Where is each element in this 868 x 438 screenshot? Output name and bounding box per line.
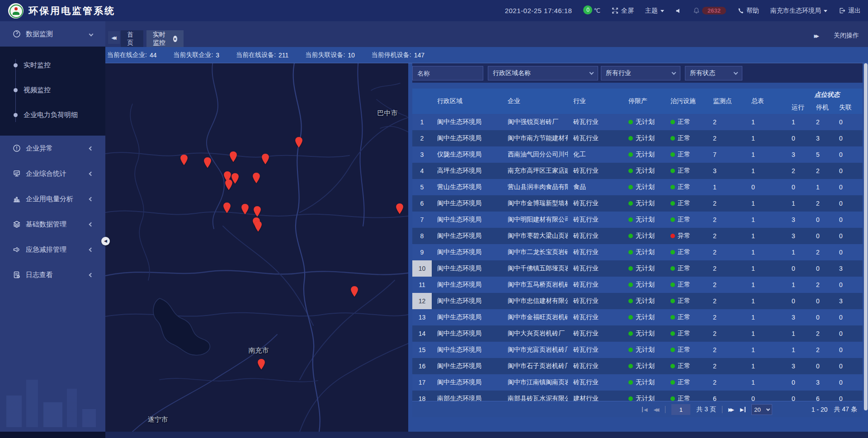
map-pin[interactable] [396,203,404,214]
mute-button[interactable] [675,8,682,14]
table-row[interactable]: 7 阆中生态环境局 阆中明阳建材有限公司 砖瓦行业 无计划 正常 2 1 3 0… [412,212,863,228]
cell-run: 1 [786,330,811,337]
cell-meters: 1 [746,281,786,288]
name-filter-input[interactable] [412,66,483,80]
close-operations-button[interactable]: 关闭操作 [831,31,862,40]
next-page-button[interactable]: ▶▶ [728,407,734,412]
cell-region: 阆中生态环境局 [432,346,502,354]
tabs-scroll-left-button[interactable]: ◀◀ [108,31,120,44]
page-size-value: 20 [754,406,760,413]
table-row[interactable]: 12 阆中生态环境局 阆中市忠信建材有限公 砖瓦行业 无计划 正常 2 1 0 … [412,293,863,309]
cell-halt: 1 [811,184,834,191]
cell-company: 阆中强锐页岩砖厂 [502,118,568,126]
tab-realtime-monitoring[interactable]: 实时监控 × [146,30,184,47]
cell-run: 2 [786,167,811,174]
cell-facility-status: 正常 [665,362,708,370]
theme-dropdown[interactable]: 主题 [645,7,664,15]
sidebar-item-data-monitoring[interactable]: 数据监测 [0,21,105,47]
cell-lost: 0 [834,216,863,223]
phone-icon [737,8,744,14]
cell-halt: 2 [811,200,834,207]
logout-button[interactable]: 退出 [839,7,861,15]
cell-region: 阆中生态环境局 [432,313,502,321]
map-pin[interactable] [262,154,269,165]
map-pin[interactable] [180,155,188,165]
table-row[interactable]: 1 阆中生态环境局 阆中强锐页岩砖厂 砖瓦行业 无计划 正常 2 1 1 2 0 [412,114,863,130]
sidebar-subitem[interactable]: 视频监控 [0,78,105,103]
cell-industry: 砖瓦行业 [568,378,623,386]
table-row[interactable]: 3 仪陇生态环境局 西南油气田分公司川中 化工 无计划 正常 7 1 3 5 0 [412,146,863,163]
table-row[interactable]: 2 阆中生态环境局 阆中市南方节能建材有 砖瓦行业 无计划 正常 2 1 0 3… [412,130,863,146]
table-row[interactable]: 15 阆中生态环境局 阆中市光富页岩机砖厂 砖瓦行业 无计划 正常 2 1 1 … [412,342,863,358]
map-pin[interactable] [223,203,231,213]
table-row[interactable]: 6 阆中生态环境局 阆中市金博瑞新型墙材 砖瓦行业 无计划 正常 2 1 1 2… [412,195,863,212]
map-roads [105,63,408,432]
tab-close-icon[interactable]: × [173,36,177,42]
row-index: 7 [412,212,432,228]
sidebar-item-base-data[interactable]: 基础数据管理 [0,212,105,237]
page-size-select[interactable]: 20 [751,404,772,415]
table-row[interactable]: 16 阆中生态环境局 阆中市石子页岩机砖厂 砖瓦行业 无计划 正常 2 1 3 … [412,358,863,374]
user-menu[interactable]: 南充市生态环境局 [770,7,827,15]
fullscreen-button[interactable]: 全屏 [612,7,634,15]
status-dot-icon [670,266,675,271]
cell-lost: 0 [834,330,863,337]
table-row[interactable]: 14 阆中生态环境局 阆中大兴页岩机砖厂 砖瓦行业 无计划 正常 2 1 1 2… [412,325,863,342]
notification-area[interactable]: 2632 [693,7,726,14]
table-row[interactable]: 13 阆中生态环境局 阆中市金福旺页岩机砖 砖瓦行业 无计划 正常 2 1 3 … [412,309,863,325]
cell-company: 阆中市二龙长宝页岩砖 [502,248,568,256]
cell-halt: 0 [811,297,834,305]
notification-count-badge[interactable]: 2632 [702,7,726,14]
chevron-left-icon [89,273,94,277]
map-pin[interactable] [254,206,261,217]
region-filter-select[interactable]: 行政区域名称 [488,66,598,80]
help-button[interactable]: 帮助 [737,7,759,15]
table-row[interactable]: 4 高坪生态环境局 南充市高坪区王家店建 砖瓦行业 无计划 正常 3 1 2 2… [412,163,863,179]
vertical-scrollbar[interactable] [864,63,868,410]
stat-item: 当前停机设备: 147 [372,51,425,59]
user-name-label: 南充市生态环境局 [770,7,821,15]
map-panel[interactable]: 巴中市南充市遂宁市 [105,63,408,432]
sidebar-subitem[interactable]: 企业电力负荷明细 [0,103,105,127]
map-pin[interactable] [258,359,265,370]
cell-halt: 2 [811,118,834,126]
previous-page-button[interactable]: ◀◀ [653,407,659,412]
tabs-scroll-right-button[interactable]: ▶▶ [814,33,820,38]
table-row[interactable]: 18 南部生态环境局 南部县砖瓦水泥有限公 建材行业 无计划 正常 6 0 0 … [412,391,863,401]
table-row[interactable]: 10 阆中生态环境局 阆中千佛镇五郎垭页岩 砖瓦行业 无计划 正常 2 1 0 … [412,260,863,277]
cell-industry: 砖瓦行业 [568,199,623,207]
cell-facility-status: 正常 [665,216,708,224]
cell-meters: 1 [746,135,786,142]
row-index: 8 [412,228,432,244]
map-pin[interactable] [255,221,262,232]
map-pin[interactable] [253,173,260,184]
sidebar-subitem[interactable]: 实时监控 [0,53,105,78]
table-row[interactable]: 5 营山生态环境局 营山县润丰肉食品有限 食品 无计划 正常 1 0 0 1 0 [412,179,863,195]
pin-icon [396,203,404,214]
table-row[interactable]: 11 阆中生态环境局 阆中市五马桥页岩机砖 砖瓦行业 无计划 正常 2 1 1 … [412,277,863,293]
map-pin[interactable] [241,204,249,215]
table-row[interactable]: 8 阆中生态环境局 阆中市枣碧大梁山页岩 砖瓦行业 无计划 异常 2 1 3 0… [412,228,863,244]
table-row[interactable]: 17 阆中生态环境局 阆中市江南镇阆南页岩 砖瓦行业 无计划 正常 2 1 0 … [412,374,863,391]
last-page-button[interactable]: ▶ [740,407,745,412]
sidebar-item-power-analysis[interactable]: 企业用电量分析 [0,186,105,212]
first-page-button[interactable]: ◀ [642,407,647,412]
sidebar-item-enterprise-anomaly[interactable]: 企业异常 [0,136,105,161]
sidebar-item-log-view[interactable]: 日志查看 [0,262,105,287]
cell-stop-status: 无计划 [623,199,665,207]
tab-home[interactable]: 首页 [121,30,143,47]
page-number-input[interactable] [671,404,690,415]
sidebar-collapse-button[interactable]: ◀ [101,237,110,245]
map-pin[interactable] [351,286,359,297]
map-pin[interactable] [204,157,212,168]
table-row[interactable]: 9 阆中生态环境局 阆中市二龙长宝页岩砖 砖瓦行业 无计划 正常 2 1 1 2… [412,244,863,260]
industry-filter-select[interactable]: 所有行业 [601,66,680,80]
map-pin[interactable] [295,137,303,148]
status-filter-select[interactable]: 所有状态 [685,66,742,80]
sidebar-item-emergency-reduction[interactable]: 应急减排管理 [0,237,105,262]
cell-region: 南部生态环境局 [432,395,502,401]
map-pin[interactable] [230,151,237,162]
map-pin[interactable] [225,179,233,190]
sidebar-item-enterprise-statistics[interactable]: 企业综合统计 [0,161,105,186]
pin-icon [241,204,249,215]
